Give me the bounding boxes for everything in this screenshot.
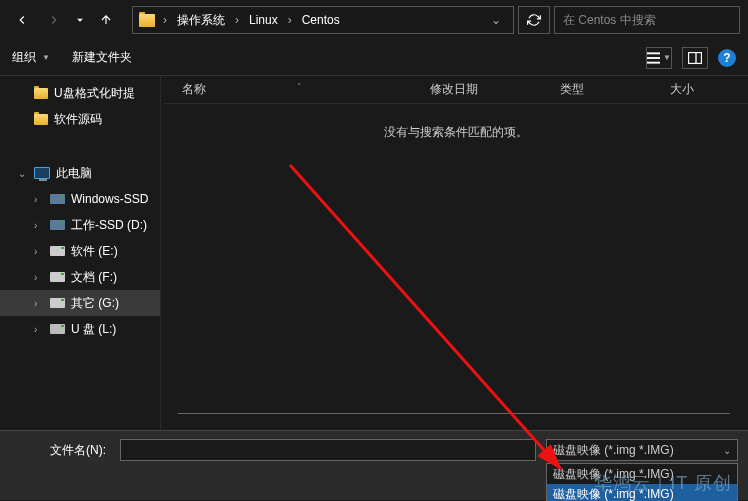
sidebar: U盘格式化时提 软件源码 ⌄ 此电脑 › Windows-SSD › 工作-SS… (0, 76, 160, 430)
expand-icon[interactable]: › (34, 324, 44, 335)
column-header-name[interactable]: 名称 ˄ (164, 81, 430, 98)
drive-icon (50, 272, 65, 282)
folder-icon (34, 88, 48, 99)
path-dropdown-button[interactable]: ⌄ (485, 13, 507, 27)
sidebar-quick-item[interactable]: U盘格式化时提 (0, 80, 160, 106)
expand-icon[interactable]: › (34, 246, 44, 257)
organize-button[interactable]: 组织 ▼ (12, 49, 50, 66)
dropdown-option[interactable]: 磁盘映像 (*.img *.IMG) (547, 464, 737, 484)
sidebar-drive-item[interactable]: › 工作-SSD (D:) (0, 212, 160, 238)
list-border (178, 413, 730, 414)
folder-icon (139, 14, 155, 27)
chevron-down-icon: ▼ (42, 53, 50, 62)
chevron-right-icon: › (233, 13, 241, 27)
sort-asc-icon: ˄ (297, 82, 302, 92)
drive-icon (50, 220, 65, 230)
sidebar-drive-item[interactable]: › 软件 (E:) (0, 238, 160, 264)
main-area: U盘格式化时提 软件源码 ⌄ 此电脑 › Windows-SSD › 工作-SS… (0, 76, 748, 430)
sidebar-drive-item[interactable]: › Windows-SSD (0, 186, 160, 212)
chevron-right-icon: › (286, 13, 294, 27)
forward-button[interactable] (40, 6, 68, 34)
recent-locations-button[interactable] (72, 6, 88, 34)
svg-rect-0 (647, 52, 660, 54)
empty-message: 没有与搜索条件匹配的项。 (164, 104, 748, 141)
view-list-button[interactable]: ▼ (646, 47, 672, 69)
filename-input[interactable] (120, 439, 536, 461)
help-button[interactable]: ? (718, 49, 736, 67)
breadcrumb-segment[interactable]: 操作系统 (171, 12, 231, 29)
sidebar-drive-item[interactable]: › 文档 (F:) (0, 264, 160, 290)
bottom-bar: 文件名(N): 磁盘映像 (*.img *.IMG) ⌄ 磁盘映像 (*.img… (0, 430, 748, 500)
svg-rect-2 (647, 61, 660, 63)
folder-icon (34, 114, 48, 125)
sidebar-drive-item[interactable]: › U 盘 (L:) (0, 316, 160, 342)
breadcrumb-segment[interactable]: Linux (243, 13, 284, 27)
file-type-filter[interactable]: 磁盘映像 (*.img *.IMG) ⌄ (546, 439, 738, 461)
search-input[interactable]: 在 Centos 中搜索 (554, 6, 740, 34)
up-button[interactable] (92, 6, 120, 34)
refresh-button[interactable] (518, 6, 550, 34)
sidebar-this-pc[interactable]: ⌄ 此电脑 (0, 160, 160, 186)
file-list-area: 名称 ˄ 修改日期 类型 大小 没有与搜索条件匹配的项。 (164, 76, 748, 430)
search-placeholder: 在 Centos 中搜索 (563, 12, 656, 29)
navigation-bar: › 操作系统 › Linux › Centos ⌄ 在 Centos 中搜索 (0, 0, 748, 40)
collapse-icon[interactable]: ⌄ (18, 168, 28, 179)
sidebar-quick-item[interactable]: 软件源码 (0, 106, 160, 132)
column-header-type[interactable]: 类型 (560, 81, 670, 98)
expand-icon[interactable]: › (34, 220, 44, 231)
toolbar: 组织 ▼ 新建文件夹 ▼ ? (0, 40, 748, 76)
svg-rect-3 (689, 52, 702, 63)
drive-icon (50, 246, 65, 256)
drive-icon (50, 194, 65, 204)
expand-icon[interactable]: › (34, 194, 44, 205)
chevron-down-icon: ⌄ (723, 445, 731, 456)
back-button[interactable] (8, 6, 36, 34)
column-header-date[interactable]: 修改日期 (430, 81, 560, 98)
chevron-down-icon: ▼ (663, 53, 671, 62)
sidebar-drive-item[interactable]: › 其它 (G:) (0, 290, 160, 316)
breadcrumb-segment[interactable]: Centos (296, 13, 346, 27)
drive-icon (50, 298, 65, 308)
expand-icon[interactable]: › (34, 272, 44, 283)
expand-icon[interactable]: › (34, 298, 44, 309)
column-headers: 名称 ˄ 修改日期 类型 大小 (164, 76, 748, 104)
column-header-size[interactable]: 大小 (670, 81, 748, 98)
pc-icon (34, 167, 50, 179)
chevron-right-icon: › (161, 13, 169, 27)
svg-rect-1 (647, 57, 660, 59)
drive-icon (50, 324, 65, 334)
address-bar[interactable]: › 操作系统 › Linux › Centos ⌄ (132, 6, 514, 34)
dropdown-option-selected[interactable]: 磁盘映像 (*.img *.IMG) (547, 484, 737, 501)
new-folder-button[interactable]: 新建文件夹 (72, 49, 132, 66)
file-type-dropdown: 磁盘映像 (*.img *.IMG) 磁盘映像 (*.img *.IMG) (546, 463, 738, 501)
preview-pane-button[interactable] (682, 47, 708, 69)
filename-label: 文件名(N): (10, 442, 114, 459)
